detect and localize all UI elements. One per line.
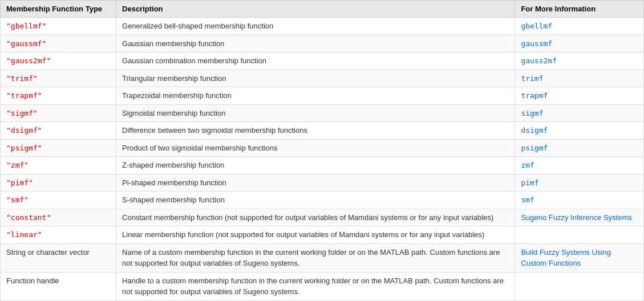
type-code: "sigmf" bbox=[6, 109, 38, 117]
type-code: "gbellmf" bbox=[6, 22, 46, 30]
cell-info[interactable]: zmf bbox=[515, 157, 644, 174]
cell-desc: S-shaped membership function bbox=[116, 192, 515, 209]
cell-info[interactable]: pimf bbox=[515, 174, 644, 192]
cell-desc: Product of two sigmoidal membership func… bbox=[116, 139, 515, 157]
membership-function-table: Membership Function Type Description For… bbox=[0, 0, 644, 301]
cell-type: "gbellmf" bbox=[1, 18, 116, 35]
col-header-info: For More Information bbox=[515, 1, 644, 18]
info-link[interactable]: trapmf bbox=[521, 91, 548, 100]
cell-info[interactable]: smf bbox=[515, 192, 644, 209]
cell-desc: Gaussian membership function bbox=[116, 35, 515, 52]
table-row: "pimf"Pi-shaped membership functionpimf bbox=[1, 174, 644, 192]
cell-info[interactable]: gbellmf bbox=[515, 18, 644, 35]
info-link[interactable]: gauss2mf bbox=[521, 56, 557, 65]
cell-type: "linear" bbox=[1, 226, 116, 244]
info-link[interactable]: Sugeno Fuzzy Inference Systems bbox=[521, 213, 631, 222]
col-header-type: Membership Function Type bbox=[1, 1, 116, 18]
col-header-desc: Description bbox=[116, 1, 515, 18]
info-link[interactable]: zmf bbox=[521, 161, 534, 169]
info-link[interactable]: smf bbox=[521, 196, 534, 204]
cell-type: "pimf" bbox=[1, 174, 116, 192]
cell-type: "dsigmf" bbox=[1, 122, 116, 140]
cell-info[interactable]: dsigmf bbox=[515, 122, 644, 140]
cell-desc: Constant membership function (not suppor… bbox=[116, 209, 515, 226]
cell-desc: Triangular membership function bbox=[116, 70, 515, 87]
cell-desc: Name of a custom membership function in … bbox=[116, 243, 515, 272]
cell-type: "gaussmf" bbox=[1, 35, 116, 52]
cell-desc: Linear membership function (not supporte… bbox=[116, 226, 515, 244]
cell-type: "gauss2mf" bbox=[1, 52, 116, 70]
table-row: String or character vectorName of a cust… bbox=[1, 243, 644, 272]
cell-info[interactable]: psigmf bbox=[515, 139, 644, 157]
info-link[interactable]: gaussmf bbox=[521, 39, 552, 48]
type-code: "gaussmf" bbox=[6, 39, 46, 48]
table-row: "linear"Linear membership function (not … bbox=[1, 226, 644, 244]
info-link[interactable]: trimf bbox=[521, 74, 543, 83]
main-container: Membership Function Type Description For… bbox=[0, 0, 644, 301]
type-code: "pimf" bbox=[6, 178, 33, 187]
table-row: "trapmf"Trapezoidal membership functiont… bbox=[1, 87, 644, 105]
type-code: "zmf" bbox=[6, 161, 29, 169]
info-link[interactable]: dsigmf bbox=[521, 126, 548, 135]
cell-type: "constant" bbox=[1, 209, 116, 226]
cell-type: "zmf" bbox=[1, 157, 116, 174]
cell-info[interactable]: gaussmf bbox=[515, 35, 644, 52]
table-row: "gaussmf"Gaussian membership functiongau… bbox=[1, 35, 644, 52]
cell-info[interactable]: sigmf bbox=[515, 104, 644, 122]
table-row: Function handleHandle to a custom member… bbox=[1, 272, 644, 300]
type-code: "smf" bbox=[6, 196, 29, 204]
info-link[interactable]: gbellmf bbox=[521, 22, 552, 30]
table-row: "zmf"Z-shaped membership functionzmf bbox=[1, 157, 644, 174]
table-row: "constant"Constant membership function (… bbox=[1, 209, 644, 226]
info-link[interactable]: sigmf bbox=[521, 109, 543, 117]
cell-info[interactable]: trimf bbox=[515, 70, 644, 87]
cell-type: "sigmf" bbox=[1, 104, 116, 122]
cell-type: "trimf" bbox=[1, 70, 116, 87]
cell-info[interactable]: trapmf bbox=[515, 87, 644, 105]
table-row: "sigmf"Sigmoidal membership functionsigm… bbox=[1, 104, 644, 122]
cell-info bbox=[515, 272, 644, 300]
table-row: "gbellmf"Generalized bell-shaped members… bbox=[1, 18, 644, 35]
type-code: "trimf" bbox=[6, 74, 38, 83]
cell-desc: Handle to a custom membership function i… bbox=[116, 272, 515, 300]
table-row: "psigmf"Product of two sigmoidal members… bbox=[1, 139, 644, 157]
type-code: "linear" bbox=[6, 230, 42, 239]
cell-desc: Trapezoidal membership function bbox=[116, 87, 515, 105]
cell-type: Function handle bbox=[1, 272, 116, 300]
type-code: "trapmf" bbox=[6, 91, 42, 100]
cell-desc: Z-shaped membership function bbox=[116, 157, 515, 174]
cell-type: String or character vector bbox=[1, 243, 116, 272]
cell-type: "psigmf" bbox=[1, 139, 116, 157]
type-code: "dsigmf" bbox=[6, 126, 42, 135]
type-code: "constant" bbox=[6, 213, 51, 222]
cell-info[interactable]: Build Fuzzy Systems Using Custom Functio… bbox=[515, 243, 644, 272]
cell-desc: Generalized bell-shaped membership funct… bbox=[116, 18, 515, 35]
cell-desc: Gaussian combination membership function bbox=[116, 52, 515, 70]
cell-info[interactable]: Sugeno Fuzzy Inference Systems bbox=[515, 209, 644, 226]
cell-type: "smf" bbox=[1, 192, 116, 209]
cell-info[interactable]: gauss2mf bbox=[515, 52, 644, 70]
table-row: "smf"S-shaped membership functionsmf bbox=[1, 192, 644, 209]
info-link[interactable]: psigmf bbox=[521, 144, 548, 152]
table-row: "trimf"Triangular membership functiontri… bbox=[1, 70, 644, 87]
cell-desc: Sigmoidal membership function bbox=[116, 104, 515, 122]
type-code: "psigmf" bbox=[6, 144, 42, 152]
table-header-row: Membership Function Type Description For… bbox=[1, 1, 644, 18]
cell-desc: Pi-shaped membership function bbox=[116, 174, 515, 192]
table-row: "dsigmf"Difference between two sigmoidal… bbox=[1, 122, 644, 140]
cell-info bbox=[515, 226, 644, 244]
cell-desc: Difference between two sigmoidal members… bbox=[116, 122, 515, 140]
cell-type: "trapmf" bbox=[1, 87, 116, 105]
type-code: "gauss2mf" bbox=[6, 56, 51, 65]
info-link[interactable]: pimf bbox=[521, 178, 538, 187]
table-row: "gauss2mf"Gaussian combination membershi… bbox=[1, 52, 644, 70]
info-link[interactable]: Build Fuzzy Systems Using Custom Functio… bbox=[521, 248, 611, 268]
